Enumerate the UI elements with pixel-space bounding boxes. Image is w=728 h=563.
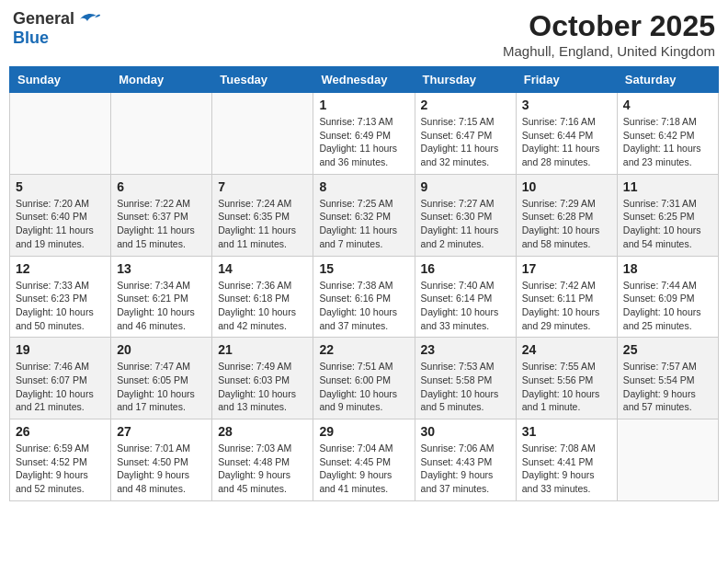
day-info: Sunrise: 7:47 AMSunset: 6:05 PMDaylight:… [117, 360, 206, 414]
day-number: 14 [218, 261, 307, 276]
logo-general-text: General [13, 9, 74, 29]
day-info: Sunrise: 7:04 AMSunset: 4:45 PMDaylight:… [319, 442, 408, 496]
calendar-week-1: 1Sunrise: 7:13 AMSunset: 6:49 PMDaylight… [10, 93, 719, 175]
day-info: Sunrise: 7:46 AMSunset: 6:07 PMDaylight:… [16, 360, 105, 414]
day-info: Sunrise: 7:44 AMSunset: 6:09 PMDaylight:… [623, 279, 712, 333]
table-row: 7Sunrise: 7:24 AMSunset: 6:35 PMDaylight… [212, 174, 313, 256]
day-info: Sunrise: 7:57 AMSunset: 5:54 PMDaylight:… [623, 360, 712, 414]
table-row: 20Sunrise: 7:47 AMSunset: 6:05 PMDayligh… [111, 338, 212, 419]
month-title: October 2025 [503, 9, 715, 43]
day-info: Sunrise: 6:59 AMSunset: 4:52 PMDaylight:… [16, 442, 105, 496]
logo-bird-icon [76, 10, 100, 29]
table-row: 31Sunrise: 7:08 AMSunset: 4:41 PMDayligh… [516, 419, 617, 501]
day-info: Sunrise: 7:38 AMSunset: 6:16 PMDaylight:… [319, 279, 408, 333]
title-section: October 2025 Maghull, England, United Ki… [503, 9, 715, 59]
table-row: 2Sunrise: 7:15 AMSunset: 6:47 PMDaylight… [415, 93, 516, 175]
table-row [111, 93, 212, 175]
table-row: 12Sunrise: 7:33 AMSunset: 6:23 PMDayligh… [10, 256, 111, 338]
day-info: Sunrise: 7:18 AMSunset: 6:42 PMDaylight:… [623, 115, 712, 169]
calendar-table: Sunday Monday Tuesday Wednesday Thursday… [9, 66, 719, 501]
header-saturday: Saturday [617, 67, 718, 93]
day-number: 19 [16, 342, 105, 357]
calendar-week-5: 26Sunrise: 6:59 AMSunset: 4:52 PMDayligh… [10, 419, 719, 501]
table-row: 19Sunrise: 7:46 AMSunset: 6:07 PMDayligh… [10, 338, 111, 419]
table-row: 8Sunrise: 7:25 AMSunset: 6:32 PMDaylight… [313, 174, 415, 256]
header-friday: Friday [516, 67, 617, 93]
day-number: 26 [16, 424, 105, 439]
day-number: 22 [319, 342, 408, 357]
logo: General Blue [13, 9, 100, 48]
location: Maghull, England, United Kingdom [503, 43, 715, 59]
day-number: 25 [623, 342, 712, 357]
header-sunday: Sunday [10, 67, 111, 93]
table-row: 16Sunrise: 7:40 AMSunset: 6:14 PMDayligh… [415, 256, 516, 338]
table-row: 6Sunrise: 7:22 AMSunset: 6:37 PMDaylight… [111, 174, 212, 256]
logo-blue-text: Blue [13, 29, 49, 47]
day-number: 3 [522, 98, 611, 112]
day-info: Sunrise: 7:22 AMSunset: 6:37 PMDaylight:… [117, 197, 206, 251]
table-row: 21Sunrise: 7:49 AMSunset: 6:03 PMDayligh… [212, 338, 313, 419]
day-info: Sunrise: 7:40 AMSunset: 6:14 PMDaylight:… [421, 279, 510, 333]
header-wednesday: Wednesday [313, 67, 415, 93]
table-row: 22Sunrise: 7:51 AMSunset: 6:00 PMDayligh… [313, 338, 415, 419]
table-row: 14Sunrise: 7:36 AMSunset: 6:18 PMDayligh… [212, 256, 313, 338]
calendar-week-4: 19Sunrise: 7:46 AMSunset: 6:07 PMDayligh… [10, 338, 719, 419]
day-info: Sunrise: 7:08 AMSunset: 4:41 PMDaylight:… [522, 442, 611, 496]
day-number: 16 [421, 261, 510, 276]
table-row: 9Sunrise: 7:27 AMSunset: 6:30 PMDaylight… [415, 174, 516, 256]
calendar-header-row: Sunday Monday Tuesday Wednesday Thursday… [10, 67, 719, 93]
day-number: 21 [218, 342, 307, 357]
day-info: Sunrise: 7:55 AMSunset: 5:56 PMDaylight:… [522, 360, 611, 414]
day-number: 5 [16, 179, 105, 194]
day-number: 24 [522, 342, 611, 357]
day-info: Sunrise: 7:24 AMSunset: 6:35 PMDaylight:… [218, 197, 307, 251]
day-info: Sunrise: 7:33 AMSunset: 6:23 PMDaylight:… [16, 279, 105, 333]
day-number: 18 [623, 261, 712, 276]
table-row: 26Sunrise: 6:59 AMSunset: 4:52 PMDayligh… [10, 419, 111, 501]
table-row: 30Sunrise: 7:06 AMSunset: 4:43 PMDayligh… [415, 419, 516, 501]
day-number: 17 [522, 261, 611, 276]
day-number: 13 [117, 261, 206, 276]
day-info: Sunrise: 7:06 AMSunset: 4:43 PMDaylight:… [421, 442, 510, 496]
day-number: 29 [319, 424, 408, 439]
day-info: Sunrise: 7:51 AMSunset: 6:00 PMDaylight:… [319, 360, 408, 414]
table-row [617, 419, 718, 501]
table-row: 3Sunrise: 7:16 AMSunset: 6:44 PMDaylight… [516, 93, 617, 175]
day-number: 4 [623, 98, 712, 112]
day-number: 30 [421, 424, 510, 439]
day-info: Sunrise: 7:01 AMSunset: 4:50 PMDaylight:… [117, 442, 206, 496]
table-row: 28Sunrise: 7:03 AMSunset: 4:48 PMDayligh… [212, 419, 313, 501]
table-row: 1Sunrise: 7:13 AMSunset: 6:49 PMDaylight… [313, 93, 415, 175]
table-row: 11Sunrise: 7:31 AMSunset: 6:25 PMDayligh… [617, 174, 718, 256]
day-number: 11 [623, 179, 712, 194]
day-info: Sunrise: 7:25 AMSunset: 6:32 PMDaylight:… [319, 197, 408, 251]
day-info: Sunrise: 7:15 AMSunset: 6:47 PMDaylight:… [421, 115, 510, 169]
table-row [212, 93, 313, 175]
day-number: 2 [421, 98, 510, 112]
day-number: 23 [421, 342, 510, 357]
table-row: 15Sunrise: 7:38 AMSunset: 6:16 PMDayligh… [313, 256, 415, 338]
header-monday: Monday [111, 67, 212, 93]
day-number: 20 [117, 342, 206, 357]
day-number: 28 [218, 424, 307, 439]
day-info: Sunrise: 7:34 AMSunset: 6:21 PMDaylight:… [117, 279, 206, 333]
day-info: Sunrise: 7:13 AMSunset: 6:49 PMDaylight:… [319, 115, 408, 169]
calendar-week-2: 5Sunrise: 7:20 AMSunset: 6:40 PMDaylight… [10, 174, 719, 256]
day-info: Sunrise: 7:16 AMSunset: 6:44 PMDaylight:… [522, 115, 611, 169]
table-row: 23Sunrise: 7:53 AMSunset: 5:58 PMDayligh… [415, 338, 516, 419]
day-info: Sunrise: 7:36 AMSunset: 6:18 PMDaylight:… [218, 279, 307, 333]
table-row: 27Sunrise: 7:01 AMSunset: 4:50 PMDayligh… [111, 419, 212, 501]
table-row: 10Sunrise: 7:29 AMSunset: 6:28 PMDayligh… [516, 174, 617, 256]
table-row: 5Sunrise: 7:20 AMSunset: 6:40 PMDaylight… [10, 174, 111, 256]
day-info: Sunrise: 7:29 AMSunset: 6:28 PMDaylight:… [522, 197, 611, 251]
day-info: Sunrise: 7:03 AMSunset: 4:48 PMDaylight:… [218, 442, 307, 496]
table-row: 4Sunrise: 7:18 AMSunset: 6:42 PMDaylight… [617, 93, 718, 175]
day-info: Sunrise: 7:53 AMSunset: 5:58 PMDaylight:… [421, 360, 510, 414]
day-info: Sunrise: 7:27 AMSunset: 6:30 PMDaylight:… [421, 197, 510, 251]
page-header: General Blue October 2025 Maghull, Engla… [9, 9, 719, 59]
day-info: Sunrise: 7:49 AMSunset: 6:03 PMDaylight:… [218, 360, 307, 414]
table-row: 25Sunrise: 7:57 AMSunset: 5:54 PMDayligh… [617, 338, 718, 419]
day-number: 1 [319, 98, 408, 112]
table-row: 24Sunrise: 7:55 AMSunset: 5:56 PMDayligh… [516, 338, 617, 419]
day-info: Sunrise: 7:31 AMSunset: 6:25 PMDaylight:… [623, 197, 712, 251]
